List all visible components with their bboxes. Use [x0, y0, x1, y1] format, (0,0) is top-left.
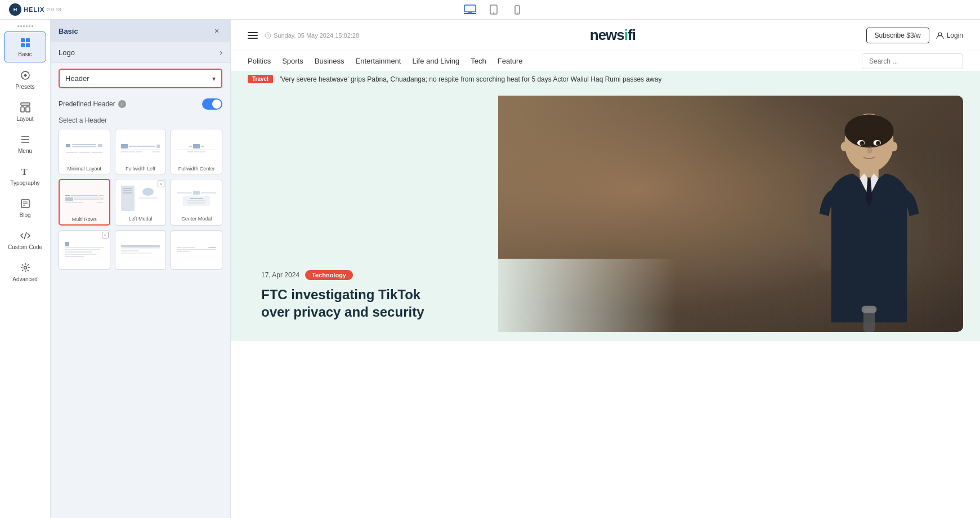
layout9-thumb: [173, 234, 220, 265]
basic-icon: [19, 37, 32, 49]
login-label: Login: [947, 31, 963, 39]
fullwidth-center-thumb: [173, 133, 220, 164]
nav-link-life-living[interactable]: Life and Living: [412, 51, 459, 71]
sidebar-drag-handle: [17, 25, 33, 27]
svg-point-6: [517, 12, 518, 13]
left-modal-label: Left Modal: [128, 216, 152, 222]
helix-logo: H HELIX 2.0.18: [9, 3, 61, 16]
main-layout: Basic Presets Layout: [0, 20, 980, 518]
hero-person-svg: [798, 96, 940, 332]
svg-rect-8: [26, 38, 30, 42]
panel-close-button[interactable]: ×: [211, 25, 222, 37]
nav-link-tech[interactable]: Tech: [471, 51, 486, 71]
sidebar-item-typography[interactable]: T Typography: [4, 161, 46, 191]
hero-title: FTC investigating TikTok over privacy an…: [261, 286, 453, 321]
login-button[interactable]: Login: [936, 31, 963, 39]
site-nav: Politics Sports Business Entertainment L…: [231, 51, 980, 71]
svg-point-39: [878, 142, 879, 143]
panel: Basic × Logo › Header ▾ Predefined Heade…: [51, 20, 231, 518]
svg-rect-9: [21, 43, 25, 47]
nav-link-politics[interactable]: Politics: [248, 51, 271, 71]
site-header-left: Sunday, 05 May 2024 15:02:28: [248, 32, 359, 39]
info-icon[interactable]: i: [118, 100, 126, 108]
sidebar-item-presets[interactable]: Presets: [4, 65, 46, 94]
svg-rect-0: [464, 5, 476, 12]
sidebar-item-advanced[interactable]: Advanced: [4, 257, 46, 287]
ticker-text: 'Very severe heatwave' grips Pabna, Chua…: [280, 75, 662, 83]
center-modal-thumb: [173, 183, 220, 214]
hero-category-badge: Technology: [305, 270, 353, 280]
svg-point-41: [890, 142, 897, 151]
svg-rect-10: [26, 43, 30, 47]
layout-card-minimal[interactable]: Minimal Layout: [59, 129, 110, 174]
advanced-icon: [19, 262, 32, 274]
logo-nav-item[interactable]: Logo ›: [51, 42, 230, 63]
sidebar-advanced-label: Advanced: [12, 276, 37, 282]
device-switcher: [464, 5, 523, 14]
sidebar-custom-code-label: Custom Code: [8, 244, 42, 250]
svg-point-38: [861, 142, 863, 143]
predefined-header-label: Predefined Header i: [59, 100, 126, 108]
nav-link-feature[interactable]: Feature: [498, 51, 523, 71]
website-preview: Sunday, 05 May 2024 15:02:28 newsifi Sub…: [231, 20, 980, 518]
site-logo: newsifi: [590, 26, 636, 44]
sidebar-item-custom-code[interactable]: Custom Code: [4, 225, 46, 255]
toggle-knob: [212, 100, 221, 109]
typography-icon: T: [19, 165, 32, 178]
content-area: Sunday, 05 May 2024 15:02:28 newsifi Sub…: [231, 20, 980, 518]
hero-content: 17, Apr 2024 Technology FTC investigatin…: [248, 259, 677, 332]
mobile-device-icon[interactable]: [511, 5, 523, 14]
predefined-header-toggle[interactable]: [202, 98, 222, 110]
presets-icon: [19, 69, 32, 82]
layout-card-7[interactable]: ×: [59, 230, 110, 270]
layout-card-multi-rows[interactable]: Multi Rows: [59, 179, 110, 226]
layout-card-left-modal[interactable]: × Left Mod: [115, 179, 167, 226]
sidebar-item-menu[interactable]: Menu: [4, 129, 46, 159]
tablet-device-icon[interactable]: [487, 5, 500, 14]
nav-links: Politics Sports Business Entertainment L…: [248, 51, 523, 71]
center-modal-label: Center Modal: [181, 216, 212, 222]
hero-card: 17, Apr 2024 Technology FTC investigatin…: [248, 96, 963, 332]
panel-title: Basic: [59, 27, 78, 35]
layout-card-fullwidth-center[interactable]: Fullwidth Center: [171, 129, 222, 174]
svg-line-23: [24, 232, 26, 239]
svg-point-40: [840, 142, 848, 151]
site-header-right: Subscribe $3/w Login: [866, 28, 963, 43]
sidebar-presets-label: Presets: [16, 84, 35, 90]
layout-cards-grid: Minimal Layout: [51, 129, 230, 276]
header-dropdown[interactable]: Header ▾: [59, 69, 222, 88]
nav-link-business[interactable]: Business: [315, 51, 344, 71]
svg-rect-7: [21, 38, 25, 42]
sidebar-item-layout[interactable]: Layout: [4, 97, 46, 127]
predefined-header-toggle-row: Predefined Header i: [51, 94, 230, 114]
multi-rows-label: Multi Rows: [72, 217, 97, 222]
multi-rows-thumb: [62, 183, 107, 214]
layout-icon: [19, 101, 32, 114]
layout-card-8[interactable]: [115, 230, 167, 270]
blog-icon: [19, 197, 32, 210]
desktop-device-icon[interactable]: [464, 5, 476, 14]
select-header-label: Select a Header: [51, 114, 230, 129]
hero-meta: 17, Apr 2024 Technology: [261, 270, 664, 280]
logo-nav-label: Logo: [59, 48, 75, 57]
search-input[interactable]: [862, 53, 963, 69]
helix-brand-name: HELIX: [24, 6, 44, 13]
layout-card-9[interactable]: [171, 230, 222, 270]
layout-card-center-modal[interactable]: Center Modal: [171, 179, 222, 226]
layout-card-fullwidth-left[interactable]: Fullwidth Left: [115, 129, 167, 174]
svg-point-24: [24, 267, 26, 269]
header-dropdown-section: Header ▾: [51, 63, 230, 94]
panel-header: Basic ×: [51, 20, 230, 42]
nav-link-entertainment[interactable]: Entertainment: [356, 51, 401, 71]
menu-icon: [19, 133, 32, 146]
sidebar-item-basic[interactable]: Basic: [4, 31, 46, 62]
svg-line-27: [268, 35, 269, 37]
site-header: Sunday, 05 May 2024 15:02:28 newsifi Sub…: [231, 20, 980, 51]
sidebar-basic-label: Basic: [18, 51, 32, 57]
hamburger-menu[interactable]: [248, 32, 258, 39]
sidebar-item-blog[interactable]: Blog: [4, 193, 46, 223]
subscribe-button[interactable]: Subscribe $3/w: [866, 28, 929, 43]
hero-section: 17, Apr 2024 Technology FTC investigatin…: [231, 87, 980, 341]
ticker-bar: Travel 'Very severe heatwave' grips Pabn…: [231, 71, 980, 87]
nav-link-sports[interactable]: Sports: [282, 51, 303, 71]
